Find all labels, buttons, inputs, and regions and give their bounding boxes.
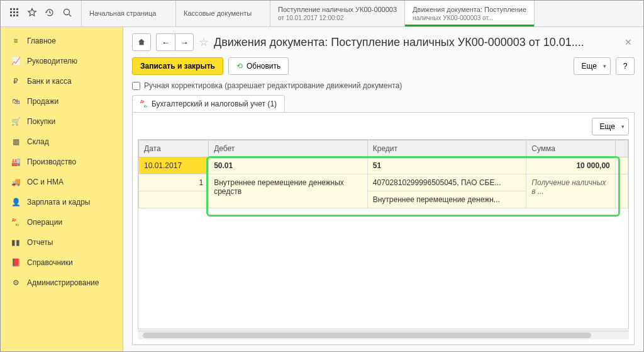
top-icons <box>1 1 82 26</box>
horizontal-scrollbar[interactable] <box>138 331 629 339</box>
col-extra[interactable] <box>615 140 628 157</box>
svg-rect-3 <box>10 11 12 13</box>
table-area: Еще Дата Дебет Кредит Сумма <box>132 113 635 345</box>
refresh-label: Обновить <box>247 62 280 71</box>
page-title: Движения документа: Поступление наличных… <box>214 36 617 49</box>
col-debit[interactable]: Дебет <box>209 140 368 157</box>
svg-rect-2 <box>16 8 18 10</box>
accounting-tab[interactable]: Бухгалтерский и налоговый учет (1) <box>132 95 285 112</box>
svg-point-9 <box>64 9 70 15</box>
gear-icon: ⚙ <box>11 278 21 288</box>
tab-label: Начальная страница <box>89 9 168 18</box>
back-button[interactable]: ← <box>156 33 175 51</box>
col-sum[interactable]: Сумма <box>526 140 615 157</box>
sidebar-label: Банк и касса <box>27 77 72 86</box>
cell-sum[interactable]: 10 000,00 <box>526 157 615 174</box>
col-credit[interactable]: Кредит <box>367 140 526 157</box>
sidebar-item-bank[interactable]: ₽ Банк и касса <box>1 71 123 91</box>
sidebar-item-operations[interactable]: Операции <box>1 212 123 232</box>
sidebar-label: Покупки <box>27 117 55 126</box>
book-icon: 📕 <box>11 258 21 268</box>
manual-correction-checkbox[interactable] <box>132 82 140 90</box>
svg-rect-7 <box>13 14 15 16</box>
cell-debit-acct[interactable]: 50.01 <box>209 157 368 174</box>
cart-icon: 🛒 <box>11 116 21 127</box>
cell-sum-desc[interactable]: Получение наличных в ... <box>526 174 615 208</box>
cell-credit-desc2[interactable]: Внутреннее перемещение денежн... <box>367 191 526 208</box>
apps-icon[interactable] <box>9 8 19 20</box>
sidebar-label: Отчеты <box>27 238 53 247</box>
tab-sublabel: от 10.01.2017 12:00:02 <box>278 14 397 22</box>
sidebar-label: Операции <box>27 218 62 227</box>
factory-icon: 🏭 <box>11 157 21 167</box>
dtkt-icon <box>140 100 148 108</box>
tab-label: Кассовые документы <box>184 9 262 18</box>
bars-icon: ▮▮ <box>11 237 21 247</box>
refresh-icon: ⟲ <box>236 62 243 71</box>
more-button[interactable]: Еще <box>574 57 611 75</box>
sidebar-label: Склад <box>27 137 49 146</box>
sidebar-item-production[interactable]: 🏭 Производство <box>1 152 123 172</box>
sidebar-item-main[interactable]: ≡ Главное <box>1 31 123 51</box>
sidebar-item-admin[interactable]: ⚙ Администрирование <box>1 273 123 293</box>
svg-line-10 <box>69 14 72 17</box>
doc-tab-strip: Бухгалтерский и налоговый учет (1) <box>132 95 635 113</box>
cell-empty[interactable] <box>139 191 209 208</box>
scrollbar-thumb[interactable] <box>143 332 591 338</box>
cell-rownum[interactable]: 1 <box>139 174 209 191</box>
sidebar-label: Справочники <box>27 258 73 267</box>
help-button[interactable]: ? <box>616 57 635 75</box>
sidebar-item-hr[interactable]: 👤 Зарплата и кадры <box>1 192 123 212</box>
save-close-button[interactable]: Записать и закрыть <box>132 57 223 75</box>
svg-rect-1 <box>13 8 15 10</box>
cell-credit-acct[interactable]: 51 <box>367 157 526 174</box>
sidebar-item-sales[interactable]: 🛍 Продажи <box>1 91 123 111</box>
sidebar-label: Главное <box>27 37 56 45</box>
search-icon[interactable] <box>62 8 72 20</box>
truck-icon: 🚚 <box>11 177 21 187</box>
forward-button[interactable]: → <box>175 33 194 51</box>
manual-correction-row: Ручная корректировка (разрешает редактир… <box>132 81 635 90</box>
cell-extra[interactable] <box>615 157 628 174</box>
home-button[interactable] <box>132 33 151 51</box>
col-date[interactable]: Дата <box>139 140 209 157</box>
history-icon[interactable] <box>45 8 55 20</box>
sidebar-item-manager[interactable]: 📈 Руководителю <box>1 51 123 71</box>
sidebar-label: Производство <box>27 157 76 166</box>
cell-date[interactable]: 10.01.2017 <box>139 157 209 174</box>
sidebar-item-catalogs[interactable]: 📕 Справочники <box>1 253 123 273</box>
cell-debit-desc[interactable]: Внутреннее перемещение денежных средств <box>209 174 368 208</box>
tab-cash-receipt[interactable]: Поступление наличных УК00-000003 от 10.0… <box>270 1 405 26</box>
close-button[interactable]: ✕ <box>622 37 635 47</box>
window-tabs: Начальная страница Кассовые документы По… <box>82 1 643 26</box>
tab-start-page[interactable]: Начальная страница <box>82 1 176 26</box>
svg-rect-4 <box>13 11 15 13</box>
dtkt-icon <box>11 217 21 227</box>
grid[interactable]: Дата Дебет Кредит Сумма 10.01.2017 50.01 <box>138 139 629 329</box>
toolbar: Записать и закрыть ⟲ Обновить Еще ? <box>132 57 635 75</box>
table-more-button[interactable]: Еще <box>592 118 629 135</box>
refresh-button[interactable]: ⟲ Обновить <box>228 57 289 75</box>
cell-credit-desc[interactable]: 40702810299996505045, ПАО СБЕ... <box>367 174 526 191</box>
tab-sublabel: наличных УК00-000003 от... <box>413 14 526 22</box>
sidebar-item-reports[interactable]: ▮▮ Отчеты <box>1 232 123 253</box>
star-icon[interactable] <box>27 8 37 20</box>
chart-icon: 📈 <box>11 56 21 66</box>
tab-label: Движения документа: Поступление <box>413 5 526 14</box>
sidebar-label: Продажи <box>27 97 58 106</box>
sidebar-label: Администрирование <box>27 278 99 287</box>
boxes-icon: ▦ <box>11 137 21 147</box>
tab-movements[interactable]: Движения документа: Поступление наличных… <box>405 1 535 26</box>
ruble-icon: ₽ <box>11 76 21 86</box>
star-outline-icon[interactable]: ☆ <box>199 35 209 49</box>
svg-rect-0 <box>10 8 12 10</box>
person-icon: 👤 <box>11 197 21 207</box>
tab-cash-docs[interactable]: Кассовые документы <box>176 1 270 26</box>
cell-extra[interactable] <box>615 174 628 208</box>
accounting-tab-label: Бухгалтерский и налоговый учет (1) <box>152 99 277 108</box>
sidebar-item-purchases[interactable]: 🛒 Покупки <box>1 111 123 132</box>
svg-rect-6 <box>10 14 12 16</box>
sidebar-item-assets[interactable]: 🚚 ОС и НМА <box>1 172 123 192</box>
sidebar-item-stock[interactable]: ▦ Склад <box>1 132 123 152</box>
sidebar: ≡ Главное 📈 Руководителю ₽ Банк и касса … <box>1 27 123 351</box>
